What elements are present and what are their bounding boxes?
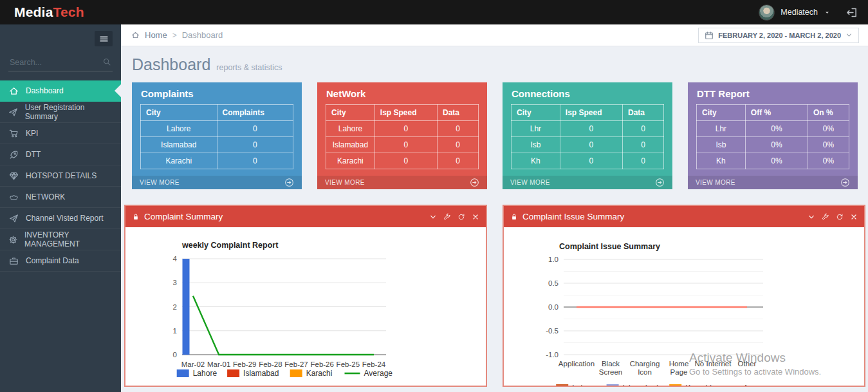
card-column-header: Data [623, 105, 664, 121]
y-tick-label: 0 [173, 351, 177, 359]
sidebar-item-network[interactable]: NETWORK [0, 187, 121, 208]
card-column-header: Isp Speed [374, 105, 437, 121]
sidebar-item-label: KPI [26, 129, 38, 138]
refresh-icon[interactable] [457, 213, 465, 221]
view-more-link[interactable]: VIEW MORE [503, 176, 672, 189]
close-icon[interactable] [472, 213, 479, 221]
page-subtitle: reports & statistics [216, 63, 282, 72]
lock-icon [510, 213, 518, 221]
card-column-header: City [141, 105, 217, 121]
sidebar-item-complaint-data[interactable]: Complaint Data [0, 250, 121, 272]
avatar [759, 5, 775, 21]
x-tick-label: BlackScreen [599, 360, 622, 376]
table-cell: 0 [217, 121, 293, 137]
sidebar-item-inventory-management[interactable]: INVENTORY MANAGEMENT [0, 229, 121, 250]
bar-lahore [183, 259, 190, 355]
close-icon[interactable] [850, 213, 858, 221]
x-tick-label: Feb-24 [362, 360, 386, 368]
gear-icon [8, 235, 18, 245]
chevron-down-icon[interactable] [429, 213, 437, 221]
card-table: CityComplaints Lahore0Islamabad0Karachi0 [140, 104, 293, 169]
date-range-picker[interactable]: FEBRUARY 2, 2020 - MARCH 2, 2020 [698, 28, 859, 43]
sidebar-item-user-registration-summary[interactable]: User Registration Summary [0, 102, 121, 123]
card-title: Connections [503, 82, 672, 104]
sidebar-item-label: Complaint Data [26, 256, 79, 265]
table-row: Lahore00 [326, 121, 479, 137]
circle-arrow-icon [655, 178, 665, 187]
card-column-header: Complaints [217, 105, 293, 121]
table-row: Kh00 [512, 153, 664, 169]
sidebar-item-hotspot-details[interactable]: HOTSPOT DETAILS [0, 165, 121, 187]
table-cell: 0% [745, 121, 808, 137]
hands-icon [8, 192, 19, 202]
table-cell: 0 [217, 137, 293, 153]
chevron-down-icon[interactable] [808, 213, 815, 221]
table-row: Lahore0 [141, 121, 293, 137]
table-cell: 0 [374, 153, 437, 169]
search-icon[interactable] [102, 57, 111, 69]
table-row: Islamabad00 [326, 137, 479, 153]
breadcrumb-current: Dashboard [182, 30, 223, 40]
sidebar-item-label: HOTSPOT DETAILS [26, 171, 97, 180]
table-cell: 0 [374, 121, 437, 137]
wrench-icon[interactable] [443, 213, 451, 221]
menu-toggle-button[interactable] [95, 31, 113, 46]
y-tick-label: 0.5 [548, 279, 559, 287]
card-connections: Connections CityIsp SpeedData Lhr00Isb00… [503, 82, 672, 189]
table-cell: 0 [438, 137, 479, 153]
briefcase-icon [8, 256, 19, 266]
x-tick-label: Mar-02 [181, 360, 205, 368]
table-cell: 0% [808, 121, 849, 137]
sidebar-item-kpi[interactable]: KPI [0, 123, 121, 144]
table-cell: 0% [745, 137, 808, 153]
table-cell: Kh [697, 153, 746, 169]
rocket-icon [8, 150, 19, 160]
x-tick-label: Feb-27 [284, 360, 308, 368]
card-table: CityIsp SpeedData Lhr00Isb00Kh00 [511, 104, 664, 169]
x-tick-label: Feb-25 [337, 360, 360, 368]
breadcrumb: Home > Dashboard [131, 30, 223, 40]
chart-canvas-1: Complaint Issue Summary1.00.50.0-0.5-1.0… [504, 227, 864, 386]
breadcrumb-home-link[interactable]: Home [145, 30, 167, 40]
card-network: NetWork CityIsp SpeedData Lahore00Islama… [317, 82, 487, 189]
sidebar-item-label: Channel Visted Report [26, 214, 104, 223]
table-cell: Lahore [141, 121, 217, 137]
circle-arrow-icon [840, 178, 850, 187]
table-cell: 0% [745, 153, 808, 169]
card-complaints: Complaints CityComplaints Lahore0Islamab… [132, 82, 302, 189]
wrench-icon[interactable] [822, 213, 829, 221]
card-title: Complaints [132, 82, 302, 104]
sidebar-item-dtt[interactable]: DTT [0, 144, 121, 165]
view-more-link[interactable]: VIEW MORE [688, 176, 858, 189]
panel-header: Complaint Issue Summary [504, 206, 864, 227]
card-table: CityOff %On % Lhr0%0%Isb0%0%Kh0%0% [696, 104, 849, 169]
x-tick-label: Feb-29 [233, 360, 256, 368]
breadcrumb-separator: > [172, 31, 177, 40]
logout-icon[interactable] [845, 6, 858, 19]
card-title: NetWork [317, 82, 487, 104]
brand-logo: MediaTech [0, 5, 121, 20]
sidebar-item-dashboard[interactable]: Dashboard [0, 80, 121, 102]
y-tick-label: -0.5 [546, 327, 559, 335]
search-input[interactable] [8, 55, 113, 71]
panel-complaint-summary: Complaint Summary weekly Complaint Repor… [124, 205, 487, 387]
legend-label: Karachi [685, 384, 712, 386]
breadcrumb-bar: Home > Dashboard FEBRUARY 2, 2020 - MARC… [121, 24, 868, 46]
legend-label: Lahore [572, 384, 596, 386]
sidebar-item-label: NETWORK [26, 192, 65, 201]
card-column-header: City [697, 105, 746, 121]
table-cell: Karachi [141, 153, 217, 169]
sidebar-item-label: DTT [26, 150, 41, 159]
home-icon [8, 86, 19, 96]
sidebar-item-channel-visted-report[interactable]: Channel Visted Report [0, 208, 121, 229]
refresh-icon[interactable] [836, 213, 844, 221]
view-more-link[interactable]: VIEW MORE [317, 176, 487, 189]
calendar-icon [705, 31, 714, 40]
panel-complaint-issue-summary: Complaint Issue Summary Complaint Issue … [503, 205, 865, 387]
x-tick-label: Application [559, 360, 595, 368]
view-more-link[interactable]: VIEW MORE [132, 176, 302, 189]
user-menu-button[interactable]: Mediatech [759, 5, 831, 21]
chevron-down-icon [845, 32, 853, 39]
content-area: Dashboard reports & statistics Complaint… [121, 46, 868, 392]
view-more-label: VIEW MORE [696, 179, 735, 186]
